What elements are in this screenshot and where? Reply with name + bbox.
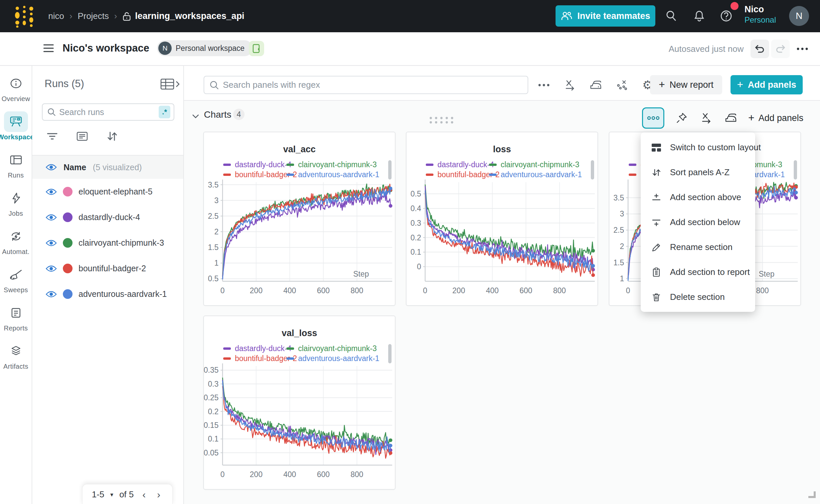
x-axis-icon[interactable] [699,111,714,125]
sidebar-item-workspace[interactable]: Workspace [0,111,32,150]
menu-item-add-section-below[interactable]: Add section below [641,210,755,235]
smoothing-iron-icon[interactable] [724,111,738,125]
outliers-icon[interactable] [615,78,629,92]
run-row[interactable]: clairvoyant-chipmunk-3 [32,230,183,256]
overflow-menu-icon[interactable] [537,78,551,92]
add-panels-button[interactable]: + Add panels [731,75,803,94]
eye-icon[interactable] [46,265,57,273]
svg-text:0.1: 0.1 [208,435,218,443]
chart-panel-val-loss[interactable]: val_lossdastardly-duck-4clairvoyant-chip… [203,315,395,490]
menu-item-label: Switch to custom layout [670,142,761,153]
project-name: learning_workspaces_api [135,11,244,21]
workspace-badge: N Personal workspace [157,40,252,56]
sidebar-item-label: Automat. [2,248,29,256]
sidebar-item-runs[interactable]: Runs [0,150,32,188]
section-overflow-button[interactable] [642,107,664,129]
svg-text:1: 1 [214,259,218,267]
sidebar-item-sweeps[interactable]: Sweeps [0,264,32,303]
regex-toggle[interactable]: .* [159,106,170,118]
menu-item-add-section-above[interactable]: Add section above [641,185,755,210]
sandbox-button[interactable] [249,41,264,56]
resize-handle[interactable] [808,491,816,498]
search-panels-placeholder: Search panels with regex [223,80,320,90]
broom-icon [9,269,23,280]
runs-header-name[interactable]: Name [64,163,86,172]
eye-icon[interactable] [46,239,57,247]
sidebar-item-label: Overview [2,95,30,103]
workspace-overflow-button[interactable] [793,40,812,58]
chart-plot: 0.511.522.533.50200400600800Step [204,132,396,307]
chevron-down-icon[interactable] [191,112,200,121]
pin-icon[interactable] [674,111,689,125]
svg-text:2.5: 2.5 [208,212,218,220]
help-icon[interactable] [720,9,733,23]
next-page-button[interactable]: › [154,489,163,500]
run-row[interactable]: dastardly-duck-4 [32,204,183,230]
breadcrumb-team[interactable]: nico [48,11,64,21]
run-row[interactable]: eloquent-elephant-5 [32,179,183,204]
wandb-logo-icon[interactable] [13,4,36,28]
automations-icon [9,231,23,242]
search-panels-input[interactable]: Search panels with regex [204,76,528,94]
svg-text:0.5: 0.5 [208,274,218,283]
info-icon [9,78,23,89]
redo-button[interactable] [771,40,790,58]
runs-table-icon [9,154,23,166]
user-scope: Personal [745,15,776,25]
sidebar-item-artifacts[interactable]: Artifacts [0,341,32,379]
invite-teammates-button[interactable]: Invite teammates [556,5,655,27]
breadcrumb-section[interactable]: Projects [77,11,109,21]
runs-title: Runs (5) [45,78,84,90]
menu-item-delete-section[interactable]: Delete section [641,285,755,310]
hamburger-menu-icon[interactable] [43,44,54,53]
drag-handle-icon[interactable] [429,115,454,125]
menu-item-switch-to-custom-layout[interactable]: Switch to custom layout [641,135,755,160]
chevron-down-icon[interactable]: ▾ [110,491,113,498]
report-icon [10,307,22,319]
x-axis-icon[interactable] [563,78,577,92]
eye-icon[interactable] [46,188,57,196]
sidebar-item-label: Sweeps [4,286,28,294]
filter-icon[interactable] [46,130,59,143]
section-add-panels-button[interactable]: + Add panels [748,113,803,123]
menu-item-label: Delete section [670,292,725,302]
sidebar-item-automations[interactable]: Automat. [0,226,32,264]
undo-button[interactable] [751,40,769,58]
smoothing-iron-icon[interactable] [589,78,603,92]
svg-text:0.2: 0.2 [411,233,421,242]
search-icon[interactable] [665,9,678,23]
group-list-icon[interactable] [75,130,89,143]
breadcrumb-project[interactable]: learning_workspaces_api [122,11,244,21]
svg-text:800: 800 [350,470,363,479]
sidebar-item-overview[interactable]: Overview [0,73,32,111]
section-title[interactable]: Charts [204,109,231,120]
svg-text:800: 800 [350,286,363,295]
sidebar-item-jobs[interactable]: Jobs [0,188,32,226]
avatar[interactable]: N [789,6,809,26]
menu-item-rename-section[interactable]: Rename section [641,235,755,260]
search-runs-input[interactable]: Search runs .* [42,103,174,121]
pagination-range[interactable]: 1-5 [92,489,104,500]
expand-table-icon[interactable] [160,78,180,90]
workspace-title[interactable]: Nico's workspace [63,42,149,54]
menu-item-sort-panels[interactable]: Sort panels A-Z [641,160,755,185]
chart-panel-loss[interactable]: lossdastardly-duck-4clairvoyant-chipmunk… [406,132,598,306]
sidebar-item-label: Workspace [0,133,34,141]
svg-text:0.4: 0.4 [411,204,421,213]
eye-icon[interactable] [46,290,57,298]
bell-icon[interactable] [693,9,706,23]
run-row[interactable]: adventurous-aardvark-1 [32,281,183,307]
x-axis-label: Step [759,270,774,278]
menu-item-add-section-to-report[interactable]: Add section to report [641,260,755,285]
svg-text:600: 600 [520,286,532,295]
eye-icon[interactable] [46,163,57,171]
previous-page-button[interactable]: ‹ [140,489,148,500]
new-report-button[interactable]: + New report [650,75,722,94]
sort-icon[interactable] [105,130,119,143]
eye-icon[interactable] [46,213,57,221]
sidebar-item-reports[interactable]: Reports [0,303,32,341]
workspace-header: Nico's workspace N Personal workspace Au… [0,32,820,66]
chart-panel-val-acc[interactable]: val_accdastardly-duck-4clairvoyant-chipm… [203,132,395,306]
run-row[interactable]: bountiful-badger-2 [32,256,183,281]
user-block[interactable]: Nico Personal [745,4,776,25]
